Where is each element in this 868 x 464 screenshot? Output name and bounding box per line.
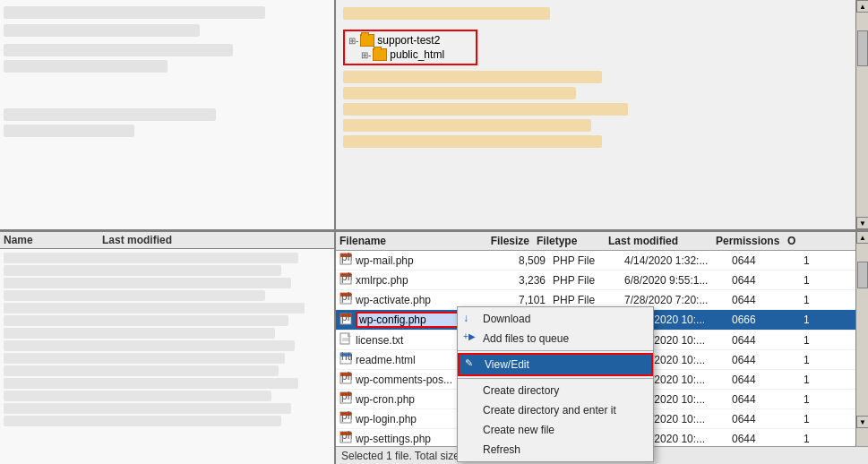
file-other-1: 1 <box>804 274 830 287</box>
svg-text:php: php <box>341 411 352 422</box>
svg-text:php: php <box>341 431 352 442</box>
local-row-7 <box>4 328 275 339</box>
ctx-item-download[interactable]: ↓Download <box>458 309 653 329</box>
edit-icon: ✎ <box>465 357 479 372</box>
remote-files-scrollbar[interactable]: ▲ ▼ <box>855 231 868 446</box>
tree-blurred-2 <box>4 24 200 37</box>
ctx-item-create-directory-enter[interactable]: Create directory and enter it <box>458 400 653 420</box>
tree-connector: ⊞- <box>348 36 358 46</box>
ctx-separator-after-view-edit <box>458 378 653 379</box>
scroll-thumb[interactable] <box>857 30 868 66</box>
remote-scroll-up[interactable]: ▲ <box>856 231 868 244</box>
file-other-7: 1 <box>804 393 830 406</box>
file-perms-9: 0644 <box>732 433 804 445</box>
remote-tree-blurred-3 <box>343 87 576 99</box>
remote-tree-blurred-5 <box>343 119 591 132</box>
remote-tree-blurred-6 <box>343 135 602 148</box>
file-other-6: 1 <box>804 374 830 386</box>
ctx-label-create-directory: Create directory <box>483 384 559 397</box>
ctx-label-create-new-file: Create new file <box>483 424 554 436</box>
tree-blurred-4 <box>4 60 168 73</box>
folder-icon-public-html <box>373 48 387 61</box>
file-other-5: 1 <box>804 354 830 366</box>
header-filesize: Filesize <box>483 235 537 247</box>
ctx-separator-2 <box>458 350 653 351</box>
scroll-down-arrow[interactable]: ▼ <box>856 217 868 229</box>
file-icon-3: php <box>339 313 352 328</box>
tree-blurred-3 <box>4 44 233 56</box>
ctx-item-view-edit[interactable]: ✎View/Edit <box>458 353 653 376</box>
ctx-label-add-files-queue: Add files to queue <box>483 332 569 345</box>
file-perms-1: 0644 <box>732 274 804 287</box>
ctx-label-download: Download <box>483 313 530 325</box>
file-list-header: Filename Filesize Filetype Last modified… <box>336 232 868 251</box>
tree-item-public-html[interactable]: ⊞- public_html <box>347 47 474 62</box>
file-modified-2: 7/28/2020 7:20:... <box>624 294 732 306</box>
local-row-11 <box>4 378 298 389</box>
file-modified-1: 6/8/2020 9:55:1... <box>624 274 732 287</box>
file-name-2: wp-activate.php <box>356 294 499 306</box>
file-icon-4 <box>339 332 352 348</box>
selected-info: Selected 1 file. Total size <box>341 450 460 462</box>
top-pane: ⊞- support-test2 ⊞- public_html <box>0 0 868 231</box>
remote-tree-blurred-1 <box>343 7 550 20</box>
ctx-item-create-directory[interactable]: Create directory <box>458 381 653 400</box>
remote-tree-blurred-4 <box>343 103 628 116</box>
file-row-0[interactable]: php wp-mail.php 8,509 PHP File 4/14/2020… <box>336 251 868 271</box>
local-row-4 <box>4 290 265 301</box>
ctx-item-create-new-file[interactable]: Create new file <box>458 420 653 440</box>
remote-tree-pane: ⊞- support-test2 ⊞- public_html <box>336 0 868 229</box>
svg-text:html: html <box>341 352 352 363</box>
file-other-2: 1 <box>804 294 830 306</box>
svg-text:php: php <box>341 391 352 402</box>
tree-highlight-box: ⊞- support-test2 ⊞- public_html <box>343 30 477 65</box>
remote-tree: ⊞- support-test2 ⊞- public_html <box>336 0 868 229</box>
file-size-1: 3,236 <box>499 274 553 287</box>
local-row-1 <box>4 253 298 263</box>
remote-tree-blurred-2 <box>343 71 602 83</box>
file-icon-5: html <box>339 352 352 367</box>
ctx-item-add-files-queue[interactable]: +▶Add files to queue <box>458 329 653 348</box>
local-col-name: Name <box>4 234 102 246</box>
file-perms-8: 0644 <box>732 413 804 425</box>
ctx-item-refresh[interactable]: Refresh <box>458 440 653 460</box>
file-other-8: 1 <box>804 413 830 425</box>
header-filename: Filename <box>339 235 483 247</box>
local-row-10 <box>4 365 279 376</box>
local-row-9 <box>4 353 285 364</box>
local-row-3 <box>4 278 291 288</box>
scroll-up-arrow[interactable]: ▲ <box>856 0 868 13</box>
local-tree-pane <box>0 0 336 229</box>
file-icon-1: php <box>339 272 352 288</box>
file-icon-7: php <box>339 391 352 407</box>
local-files-pane: Name Last modified <box>0 231 336 464</box>
remote-scroll-down[interactable]: ▼ <box>856 416 868 428</box>
tree-item-support-test2[interactable]: ⊞- support-test2 <box>347 33 474 47</box>
local-col-modified: Last modified <box>102 234 331 246</box>
local-row-5 <box>4 303 305 314</box>
local-tree <box>0 0 334 143</box>
ctx-label-refresh: Refresh <box>483 443 520 456</box>
tree-label-public-html: public_html <box>390 48 444 61</box>
file-perms-2: 0644 <box>732 294 804 306</box>
file-name-1: xmlrpc.php <box>356 274 499 287</box>
local-files-content <box>0 249 334 430</box>
file-icon-2: php <box>339 292 352 307</box>
file-size-2: 7,101 <box>499 294 553 306</box>
file-size-0: 8,509 <box>499 254 553 267</box>
file-icon-6: php <box>339 372 352 387</box>
svg-text:php: php <box>341 253 352 263</box>
ctx-label-create-directory-enter: Create directory and enter it <box>483 404 616 417</box>
file-other-0: 1 <box>804 254 830 267</box>
file-perms-5: 0644 <box>732 354 804 366</box>
file-perms-3: 0666 <box>732 314 804 326</box>
remote-tree-scrollbar[interactable]: ▲ ▼ <box>855 0 868 229</box>
file-row-1[interactable]: php xmlrpc.php 3,236 PHP File 6/8/2020 9… <box>336 271 868 290</box>
tree-blurred-1 <box>4 6 265 19</box>
remote-scroll-thumb[interactable] <box>857 262 868 288</box>
file-perms-4: 0644 <box>732 334 804 347</box>
file-modified-0: 4/14/2020 1:32:... <box>624 254 732 267</box>
main-container: ⊞- support-test2 ⊞- public_html <box>0 0 868 464</box>
local-row-14 <box>4 416 281 426</box>
local-row-6 <box>4 315 288 326</box>
